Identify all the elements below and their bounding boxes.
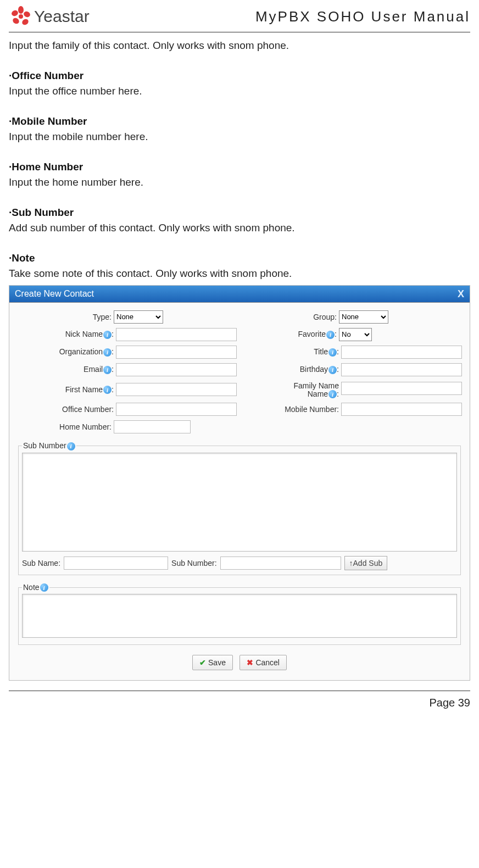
note-legend: Notei xyxy=(22,583,49,592)
dialog-titlebar: Create New Contact X xyxy=(9,286,470,303)
birthday-input[interactable] xyxy=(341,363,462,376)
dialog-close-button[interactable]: X xyxy=(458,289,464,299)
info-icon: i xyxy=(328,348,337,357)
mobile-number-desc: Input the mobile number here. xyxy=(9,129,470,145)
homenumber-input[interactable] xyxy=(114,420,191,433)
cancel-button-label: Cancel xyxy=(255,658,280,667)
note-group: Notei xyxy=(18,583,461,646)
subnum-label: Sub Number: xyxy=(171,559,216,567)
dialog-title-text: Create New Contact xyxy=(15,289,94,299)
intro-text: Input the family of this contact. Only w… xyxy=(9,38,470,54)
organization-input[interactable] xyxy=(116,346,237,359)
familyname-input[interactable] xyxy=(341,382,462,395)
type-label: Type: xyxy=(93,313,112,321)
favorite-select[interactable]: No xyxy=(339,328,372,341)
info-icon: i xyxy=(67,442,75,450)
firstname-label: First Namei: xyxy=(65,385,114,394)
page-footer: Page 39 xyxy=(9,691,470,709)
logo: Yeastar xyxy=(9,4,90,29)
officenumber-label: Office Number: xyxy=(62,405,114,414)
info-icon: i xyxy=(326,331,335,339)
officenumber-input[interactable] xyxy=(116,403,237,416)
title-label: Titlei: xyxy=(314,347,339,357)
info-icon: i xyxy=(328,366,337,374)
save-button-label: Save xyxy=(208,658,226,667)
homenumber-label: Home Number: xyxy=(59,422,112,431)
email-input[interactable] xyxy=(116,363,237,376)
page-number: Page 39 xyxy=(429,697,470,709)
subnum-input[interactable] xyxy=(220,557,341,570)
svg-point-2 xyxy=(23,10,31,18)
home-number-desc: Input the home number here. xyxy=(9,175,470,191)
home-number-heading: ·Home Number xyxy=(9,159,470,175)
svg-point-5 xyxy=(10,9,19,17)
add-sub-button[interactable]: ↑Add Sub xyxy=(344,556,388,570)
nickname-input[interactable] xyxy=(116,328,237,341)
nickname-label: Nick Namei: xyxy=(65,330,114,339)
type-select[interactable]: None xyxy=(114,310,163,324)
logo-flower-icon xyxy=(9,4,33,29)
subname-label: Sub Name: xyxy=(22,559,60,567)
email-label: Emaili: xyxy=(83,365,114,374)
save-button[interactable]: ✔ Save xyxy=(192,655,233,670)
favorite-label: Favoritei: xyxy=(298,330,337,339)
page-header: Yeastar MyPBX SOHO User Manual xyxy=(9,4,470,32)
office-number-desc: Input the office number here. xyxy=(9,84,470,99)
note-heading: ·Note xyxy=(9,251,470,266)
svg-point-4 xyxy=(12,16,20,25)
check-icon: ✔ xyxy=(199,658,206,667)
birthday-label: Birthdayi: xyxy=(300,365,339,374)
group-label: Group: xyxy=(313,313,337,321)
office-number-heading: ·Office Number xyxy=(9,68,470,84)
sub-number-heading: ·Sub Number xyxy=(9,205,470,221)
title-input[interactable] xyxy=(341,346,462,359)
info-icon: i xyxy=(328,390,337,398)
sub-number-desc: Add sub number of this contact. Only wor… xyxy=(9,220,470,236)
info-icon: i xyxy=(103,366,112,374)
svg-point-1 xyxy=(18,6,24,14)
firstname-input[interactable] xyxy=(116,383,237,396)
info-icon: i xyxy=(103,331,112,339)
logo-text: Yeastar xyxy=(34,7,90,26)
note-textarea[interactable] xyxy=(22,594,457,638)
note-desc: Take some note of this contact. Only wor… xyxy=(9,266,470,282)
mobilenumber-input[interactable] xyxy=(341,403,462,416)
cancel-button[interactable]: ✖ Cancel xyxy=(239,655,287,670)
familyname-label: Family NameNamei: xyxy=(294,382,339,399)
create-contact-dialog: Create New Contact X Type: None Group: N… xyxy=(9,285,470,681)
group-select[interactable]: None xyxy=(339,310,388,324)
dialog-button-bar: ✔ Save ✖ Cancel xyxy=(17,648,462,676)
subnumber-legend: Sub Numberi xyxy=(22,441,76,450)
subnumber-list[interactable] xyxy=(22,453,457,552)
svg-point-3 xyxy=(21,18,30,26)
mobile-number-heading: ·Mobile Number xyxy=(9,114,470,130)
organization-label: Organizationi: xyxy=(59,347,114,357)
info-icon: i xyxy=(103,348,112,357)
mobilenumber-label: Mobile Number: xyxy=(285,405,339,414)
info-icon: i xyxy=(40,583,48,592)
subname-input[interactable] xyxy=(64,557,168,570)
document-title: MyPBX SOHO User Manual xyxy=(255,8,470,25)
x-icon: ✖ xyxy=(247,658,253,667)
info-icon: i xyxy=(103,386,112,394)
svg-point-0 xyxy=(19,14,23,19)
subnumber-group: Sub Numberi Sub Name: Sub Number: ↑Add S… xyxy=(18,441,461,575)
